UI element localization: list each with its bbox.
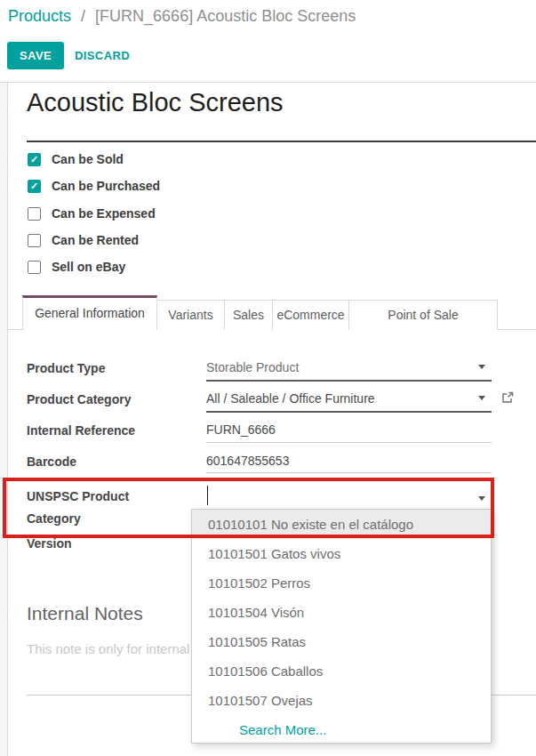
- checkbox-can-be-sold[interactable]: ✓ Can be Sold: [28, 151, 124, 167]
- tab-point-of-sale[interactable]: Point of Sale: [349, 300, 498, 330]
- product-type-underline: [206, 380, 492, 382]
- sheet-left-border: [7, 83, 8, 756]
- checkbox-can-be-purchased[interactable]: ✓ Can be Purchased: [28, 178, 160, 194]
- internal-reference-input[interactable]: FURN_6666: [206, 422, 276, 437]
- tab-variants[interactable]: Variants: [157, 300, 225, 330]
- internal-reference-underline: [206, 442, 492, 443]
- dropdown-item[interactable]: 01010101 No existe en el catálogo: [192, 510, 491, 539]
- breadcrumb: Products / [FURN_6666] Acoustic Bloc Scr…: [8, 7, 356, 26]
- checkbox-can-be-expensed[interactable]: Can be Expensed: [28, 205, 156, 221]
- internal-reference-label: Internal Reference: [27, 420, 160, 442]
- checkbox-unchecked-icon[interactable]: [28, 234, 41, 247]
- breadcrumb-separator: /: [81, 7, 85, 25]
- dropdown-item[interactable]: 10101501 Gatos vivos: [192, 539, 491, 568]
- dropdown-item[interactable]: 10101507 Ovejas: [192, 686, 491, 715]
- checkbox-sell-on-ebay[interactable]: Sell on eBay: [28, 259, 125, 275]
- tab-sales[interactable]: Sales: [225, 300, 273, 330]
- checkbox-can-be-rented[interactable]: Can be Rented: [28, 232, 139, 248]
- sheet-top-border: [0, 82, 536, 83]
- checkbox-label: Can be Purchased: [52, 179, 160, 193]
- product-category-underline: [206, 411, 492, 413]
- tab-ecommerce[interactable]: eCommerce: [273, 300, 349, 330]
- check-icon: ✓: [30, 181, 38, 191]
- barcode-underline: [206, 472, 492, 473]
- checkbox-label: Can be Expensed: [52, 206, 156, 221]
- barcode-input[interactable]: 601647855653: [206, 454, 289, 468]
- checkbox-label: Can be Rented: [52, 233, 139, 247]
- checkbox-checked-icon[interactable]: ✓: [28, 153, 41, 166]
- save-button[interactable]: SAVE: [7, 42, 64, 69]
- product-type-label: Product Type: [27, 358, 160, 380]
- checkbox-label: Can be Sold: [52, 152, 124, 166]
- dropdown-caret-icon[interactable]: [478, 365, 485, 369]
- checkbox-unchecked-icon[interactable]: [28, 207, 41, 221]
- check-icon: ✓: [30, 155, 38, 165]
- dropdown-caret-icon[interactable]: [478, 496, 485, 501]
- checkbox-checked-icon[interactable]: ✓: [28, 180, 41, 193]
- dropdown-item[interactable]: 10101505 Ratas: [192, 627, 491, 656]
- search-more-link[interactable]: Search More...: [192, 715, 491, 744]
- checkbox-label: Sell on eBay: [52, 260, 125, 274]
- dropdown-item[interactable]: 10101504 Visón: [192, 598, 491, 627]
- unspsc-category-label: UNSPSC Product Category: [27, 486, 151, 530]
- dropdown-item[interactable]: 10101502 Perros: [192, 568, 491, 598]
- product-form-page: Products / [FURN_6666] Acoustic Bloc Scr…: [0, 0, 536, 756]
- dropdown-item[interactable]: 10101506 Caballos: [192, 656, 491, 686]
- product-name-input[interactable]: Acoustic Bloc Screens: [27, 88, 284, 117]
- product-category-input[interactable]: All / Saleable / Office Furniture: [206, 391, 375, 406]
- sheet-gutter: [0, 83, 7, 756]
- internal-notes-heading: Internal Notes: [27, 603, 143, 624]
- product-name-underline: [27, 141, 536, 142]
- breadcrumb-products-link[interactable]: Products: [8, 7, 71, 25]
- external-link-icon[interactable]: [501, 391, 514, 407]
- checkbox-unchecked-icon[interactable]: [28, 261, 41, 274]
- breadcrumb-current: [FURN_6666] Acoustic Bloc Screens: [95, 7, 356, 25]
- dropdown-caret-icon[interactable]: [478, 396, 485, 400]
- product-category-label: Product Category: [27, 389, 160, 411]
- discard-button[interactable]: DISCARD: [75, 42, 130, 69]
- tab-general-information[interactable]: General Information: [22, 295, 157, 330]
- text-cursor: [207, 486, 208, 505]
- version-label: Version: [27, 533, 160, 555]
- unspsc-dropdown-menu: 01010101 No existe en el catálogo 101015…: [191, 509, 492, 744]
- product-type-select[interactable]: Storable Product: [206, 360, 299, 374]
- barcode-label: Barcode: [27, 451, 160, 473]
